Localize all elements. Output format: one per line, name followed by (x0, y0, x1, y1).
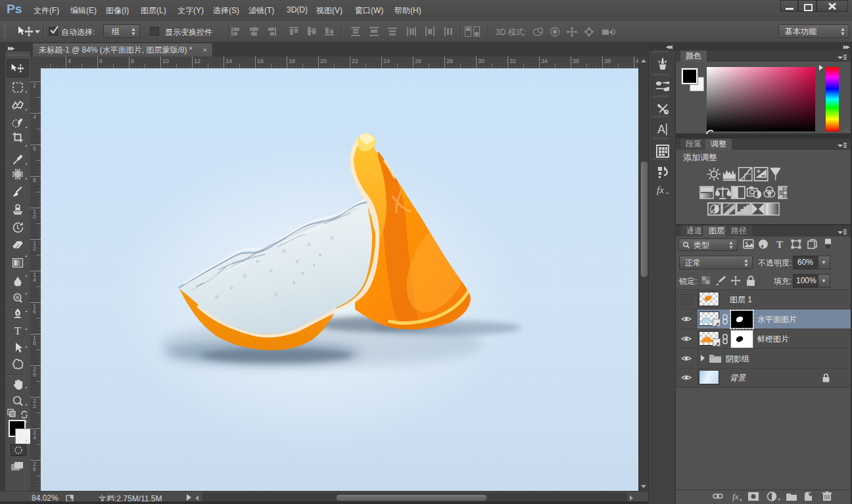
svg-text:A: A (657, 123, 665, 136)
svg-text:fx: fx (657, 185, 664, 195)
svg-text:fx: fx (732, 492, 739, 501)
svg-text:T: T (14, 325, 22, 336)
svg-text:T: T (776, 239, 783, 250)
